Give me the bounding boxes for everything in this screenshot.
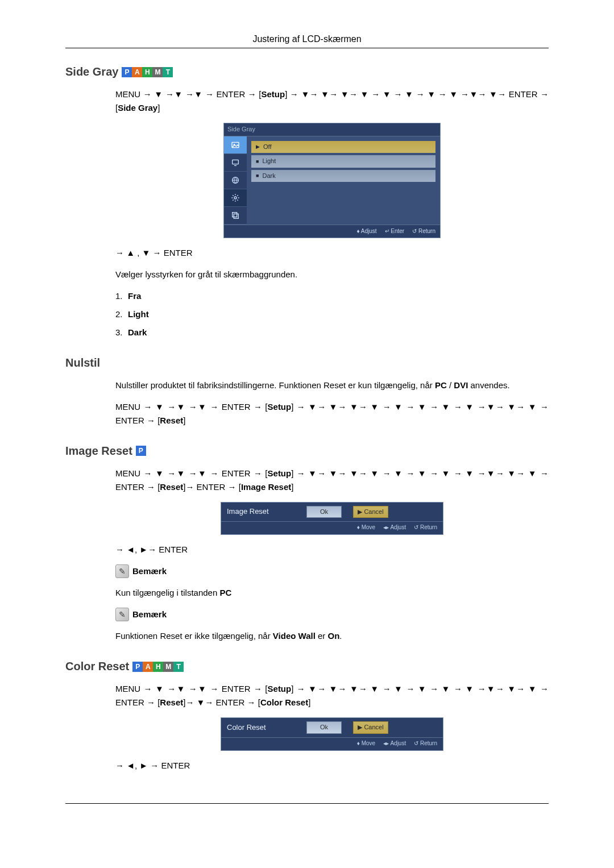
badge-m: M xyxy=(163,662,173,672)
side-gray-description: Vælger lysstyrken for gråt til skærmbagg… xyxy=(115,268,549,281)
page-header-title: Justering af LCD-skærmen xyxy=(0,34,614,44)
osd-tab-icon-picture xyxy=(224,136,247,154)
note-text: Funktionen Reset er ikke tilgængelig, nå… xyxy=(115,629,549,643)
osd-side-gray: Side Gray xyxy=(223,123,441,238)
side-gray-options-list: 1.Fra 2.Light 3.Dark xyxy=(115,289,549,339)
osd-cancel-button: ▶ Cancel xyxy=(353,506,388,518)
osd-dialog-color-reset: Color Reset Ok ▶ Cancel ♦ Move ◂▸ Adjust… xyxy=(221,717,443,751)
svg-point-4 xyxy=(234,197,237,199)
osd-tab-icon-globe xyxy=(224,172,247,189)
osd-tab-icon-setup xyxy=(224,189,247,207)
osd-foot-return: ↺ Return xyxy=(412,227,435,236)
side-gray-post-nav: → ▲ , ▼ → ENTER xyxy=(115,246,549,260)
header-rule xyxy=(65,48,549,48)
osd-ok-button: Ok xyxy=(306,721,342,734)
nav-path-side-gray: MENU → ▼ →▼ →▼ → ENTER → [Setup] → ▼→ ▼→… xyxy=(115,88,549,115)
badge-m: M xyxy=(152,67,163,77)
osd-ok-button: Ok xyxy=(306,506,342,518)
badge-h: H xyxy=(142,67,152,77)
note-text: Kun tilgængelig i tilstanden PC xyxy=(115,586,549,600)
badge-a: A xyxy=(132,67,142,77)
svg-rect-2 xyxy=(233,160,239,164)
osd-foot-enter: ↵ Enter xyxy=(385,227,405,236)
osd-tab-icon-screen xyxy=(224,154,247,172)
section-title: Nulstil xyxy=(65,356,100,369)
osd-footer: ♦ Adjust ↵ Enter ↺ Return xyxy=(224,225,440,238)
note-row: ✎ Bemærk xyxy=(115,564,549,578)
badge-t: T xyxy=(163,67,173,77)
section-heading-side-gray: Side Gray P A H M T xyxy=(65,65,549,78)
badge-h: H xyxy=(153,662,163,672)
screen-icon xyxy=(231,158,240,167)
osd-title: Side Gray xyxy=(224,123,440,136)
osd-dialog-footer: ♦ Move ◂▸ Adjust ↺ Return xyxy=(221,521,443,534)
section-title: Image Reset xyxy=(65,445,132,458)
section-title: Color Reset xyxy=(65,660,129,673)
note-icon: ✎ xyxy=(115,564,129,578)
osd-cancel-button: ▶ Cancel xyxy=(353,721,388,734)
list-item: 2.Light xyxy=(115,308,549,321)
osd-option-light: ■Light xyxy=(251,155,435,168)
source-badges: P A H M T xyxy=(122,67,173,77)
note-label: Bemærk xyxy=(132,608,167,621)
section-heading-color-reset: Color Reset P A H M T xyxy=(65,660,549,673)
osd-dialog-footer: ♦ Move ◂▸ Adjust ↺ Return xyxy=(221,737,443,750)
color-reset-post-nav: → ◄, ► → ENTER xyxy=(115,759,549,773)
osd-option-off: ▶Off xyxy=(251,141,435,153)
osd-foot-adjust: ♦ Adjust xyxy=(356,227,376,236)
badge-p: P xyxy=(136,446,146,456)
badge-a: A xyxy=(143,662,153,672)
source-badges: P A H M T xyxy=(132,662,184,672)
svg-rect-5 xyxy=(233,212,237,217)
section-heading-image-reset: Image Reset P xyxy=(65,445,549,458)
image-reset-post-nav: → ◄, ►→ ENTER xyxy=(115,543,549,556)
osd-tab-icon-multi xyxy=(224,207,247,225)
footer-rule xyxy=(65,803,549,804)
source-badges: P xyxy=(136,446,146,456)
osd-option-dark: ■Dark xyxy=(251,170,435,182)
svg-rect-6 xyxy=(234,214,238,218)
section-title: Side Gray xyxy=(65,65,118,78)
list-item: 3.Dark xyxy=(115,326,549,339)
badge-p: P xyxy=(132,662,143,672)
note-label: Bemærk xyxy=(132,564,167,578)
gear-icon xyxy=(231,193,240,202)
osd-dialog-title: Color Reset xyxy=(227,722,295,734)
nav-path-nulstil: MENU → ▼ →▼ →▼ → ENTER → [Setup] → ▼→ ▼→… xyxy=(115,400,549,427)
nulstil-description: Nulstiller produktet til fabriksindstill… xyxy=(115,379,549,392)
nav-path-color-reset: MENU → ▼ →▼ →▼ → ENTER → [Setup] → ▼→ ▼→… xyxy=(115,682,549,709)
osd-dialog-title: Image Reset xyxy=(227,506,295,518)
badge-t: T xyxy=(173,662,184,672)
osd-options-panel: ▶Off ■Light ■Dark xyxy=(247,136,440,225)
section-heading-nulstil: Nulstil xyxy=(65,356,549,369)
picture-icon xyxy=(231,140,240,149)
note-row: ✎ Bemærk xyxy=(115,608,549,621)
nav-path-image-reset: MENU → ▼ →▼ →▼ → ENTER → [Setup] → ▼→ ▼→… xyxy=(115,467,549,494)
badge-p: P xyxy=(122,67,132,77)
osd-tab-icons xyxy=(224,136,247,225)
note-icon: ✎ xyxy=(115,608,129,621)
layers-icon xyxy=(231,211,240,220)
osd-dialog-image-reset: Image Reset Ok ▶ Cancel ♦ Move ◂▸ Adjust… xyxy=(221,502,443,535)
globe-icon xyxy=(231,176,240,185)
list-item: 1.Fra xyxy=(115,289,549,303)
